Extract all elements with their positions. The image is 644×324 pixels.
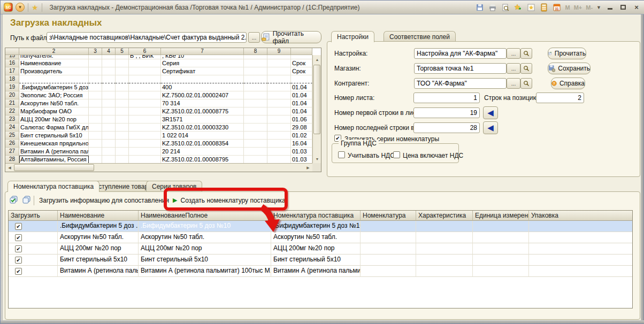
sheet-cell[interactable] (267, 59, 291, 67)
sheet-cell[interactable] (89, 156, 102, 164)
sheet-column-header[interactable]: 2 (19, 48, 89, 55)
setting-input[interactable]: Настройка для "АК-Фарма" (414, 48, 507, 59)
sheet-cell[interactable] (129, 156, 161, 164)
table-cell[interactable] (529, 254, 633, 266)
sheet-cell[interactable]: Наименование (19, 59, 89, 67)
sheet-cell[interactable]: Кинешемская прядильно-ткацкая фабрика,Ро… (19, 140, 89, 148)
sheet-cell[interactable] (267, 140, 291, 148)
table-cell[interactable] (529, 232, 633, 243)
first-row-input[interactable]: 19 (413, 107, 480, 118)
table-column-header[interactable]: Номенклатура поставщика (271, 211, 361, 221)
table-column-header[interactable]: Упаковка (529, 211, 633, 221)
table-row[interactable]: ✔Бинт стерильный 5х10Бинт стерильный 5х1… (9, 254, 632, 266)
sheet-row-header[interactable]: 22 (5, 107, 19, 115)
create-supplier-nomenclature-button[interactable]: ▶ Создать номенклатуру поставщика (170, 195, 289, 206)
main-menu-dropdown-icon[interactable]: ▼ (16, 3, 25, 12)
sheet-cell[interactable]: 01.03 (291, 148, 312, 156)
sheet-cell[interactable]: , КБе 10 (161, 55, 244, 59)
price-includes-vat-checkbox[interactable] (393, 151, 400, 158)
sheet-cell[interactable] (244, 99, 267, 107)
sheet-cell[interactable]: Марбиофарм ОАО (19, 107, 89, 115)
load-row-checkbox[interactable]: ✔ (15, 245, 22, 252)
sheet-cell[interactable]: 01.04 (291, 91, 312, 99)
load-matching-info-button[interactable]: Загрузить информацию для сопоставления (36, 195, 172, 206)
open-value-button[interactable] (520, 48, 532, 59)
select-value-button[interactable]: ... (507, 63, 520, 74)
sheet-cell[interactable]: 01.04 (291, 99, 312, 107)
sheet-cell[interactable] (116, 107, 129, 115)
sheet-cell[interactable] (129, 67, 161, 75)
sheet-cell[interactable]: 16.04 (291, 140, 312, 148)
sheet-column-header[interactable]: 4 (102, 48, 116, 55)
read-settings-button[interactable]: Прочитать (548, 48, 586, 59)
table-row[interactable]: ✔.Бифидумбактерин 5 доз ....Бифидумбакте… (9, 221, 632, 232)
sheet-cell[interactable]: Салютас Фарма ГмбХ для Гексал АГ (Герман… (19, 124, 89, 132)
sheet-cell[interactable] (116, 55, 129, 59)
sheet-column-header[interactable]: 8 (244, 48, 267, 55)
sheet-cell[interactable] (116, 148, 129, 156)
sheet-column-header[interactable] (5, 48, 19, 55)
last-row-input[interactable]: 28 (413, 122, 480, 133)
save-icon[interactable] (475, 3, 484, 12)
sheet-cell[interactable] (89, 67, 102, 75)
favorites-list-icon[interactable] (526, 3, 535, 12)
sheet-row-header[interactable]: 23 (5, 115, 19, 124)
table-cell[interactable]: Бинт стерильный 5х10 (271, 254, 361, 266)
sheet-cell[interactable]: 01.02 (291, 132, 312, 140)
sheet-cell[interactable] (116, 156, 129, 164)
table-column-header[interactable]: Характеристика (416, 211, 473, 221)
sheet-cell[interactable] (102, 91, 116, 99)
sheet-cell[interactable] (129, 115, 161, 124)
file-path-input[interactable]: з\Накладные поставщиков\Накладные\Счет ф… (47, 32, 247, 43)
sheet-cell[interactable] (89, 99, 102, 107)
sheet-cell[interactable] (267, 148, 291, 156)
sheet-cell[interactable] (102, 140, 116, 148)
sheet-cell[interactable] (129, 99, 161, 107)
sheet-cell[interactable] (267, 132, 291, 140)
sheet-cell[interactable] (19, 75, 89, 83)
sheet-cell[interactable] (129, 83, 161, 91)
table-cell[interactable] (473, 243, 529, 254)
sheet-cell[interactable]: KZ.3510.02.01.00008775 (161, 107, 244, 115)
tab-goods-series[interactable]: Серии товаров (146, 181, 202, 191)
help-button[interactable]: ? Справка (551, 78, 585, 89)
table-cell[interactable] (361, 266, 416, 277)
sheet-cell[interactable] (116, 124, 129, 132)
sheet-cell[interactable] (267, 124, 291, 132)
table-column-header[interactable]: Наименование (58, 211, 139, 221)
sheet-cell[interactable]: 70 314 (161, 99, 244, 107)
table-cell[interactable]: ✔ (9, 232, 58, 243)
table-cell[interactable] (529, 221, 633, 232)
sheet-cell[interactable]: Срок (291, 67, 312, 75)
sheet-row-header[interactable]: 17 (5, 67, 19, 75)
sheet-cell[interactable] (102, 59, 116, 67)
table-cell[interactable]: Аскорутин №50 табл. (58, 232, 139, 243)
table-column-header[interactable]: НаименованиеПолное (139, 211, 271, 221)
sheet-row-header[interactable]: 21 (5, 99, 19, 107)
sheet-cell[interactable] (244, 132, 267, 140)
sheet-cell[interactable] (89, 140, 102, 148)
sheet-cell[interactable] (244, 148, 267, 156)
table-cell[interactable]: Бинт стерильный 5х10 (139, 254, 271, 266)
sheet-cell[interactable]: Серия (161, 59, 244, 67)
sheet-cell[interactable] (129, 140, 161, 148)
sheet-cell[interactable] (116, 83, 129, 91)
sheet-cell[interactable]: KZ.3510.02.01.00003230 (161, 124, 244, 132)
load-row-checkbox[interactable]: ✔ (15, 223, 22, 230)
scroll-up-icon[interactable]: ▲ (313, 55, 321, 64)
sheet-cell[interactable] (244, 59, 267, 67)
account-vat-checkbox[interactable] (338, 151, 345, 158)
sheet-cell[interactable]: Аскорутин №50 табл. (19, 99, 89, 107)
sheet-cell[interactable] (89, 132, 102, 140)
sheet-cell[interactable] (129, 132, 161, 140)
table-cell[interactable]: Витамин А (ретинола пальмитат)... (271, 266, 361, 277)
table-cell[interactable]: АЦЦ 200мг №20 пор (58, 243, 139, 254)
sheet-cell[interactable] (116, 91, 129, 99)
toolbar-overflow-icon[interactable]: ▼ (596, 5, 601, 10)
sheet-cell[interactable] (102, 75, 116, 83)
table-cell[interactable] (416, 221, 473, 232)
excel-preview-grid[interactable]: 23456789 15получателя.В , , БИК, КБе 101… (5, 48, 321, 172)
sheet-cell[interactable]: 29.08 (291, 124, 312, 132)
table-cell[interactable]: АЦЦ 200мг №20 пор (139, 243, 271, 254)
sheet-cell[interactable] (89, 91, 102, 99)
